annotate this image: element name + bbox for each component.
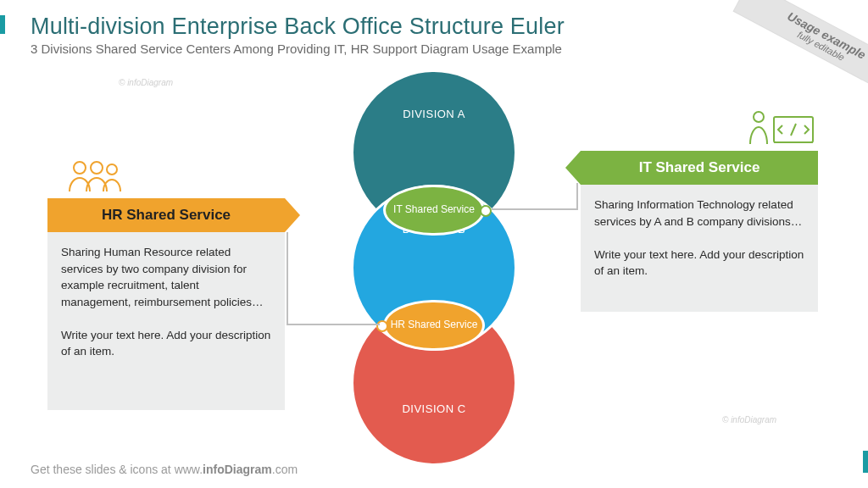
label-lens-it: IT Shared Service [393,204,475,216]
connector-line-hr [287,324,380,325]
callout-hr-header: HR Shared Service [47,198,285,232]
person-code-icon [747,108,818,147]
accent-bar-right [863,451,868,473]
svg-point-3 [754,112,764,122]
label-division-a: DIVISION A [403,108,465,120]
connector-dot-it [480,205,492,217]
callout-hr: HR Shared Service Sharing Human Resource… [47,158,285,410]
watermark: © infoDiagram [722,415,776,424]
svg-point-2 [107,164,117,175]
lens-it-shared: IT Shared Service [383,185,485,236]
callout-it-header: IT Shared Service [581,151,818,185]
callout-hr-body: Sharing Human Resource related services … [47,232,285,410]
footer-prefix: Get these slides & icons at www. [31,463,203,476]
svg-point-0 [74,162,86,174]
euler-diagram: DIVISION A DIVISION C DIVISION B IT Shar… [351,69,517,434]
svg-point-1 [91,162,103,174]
slide-title: Multi-division Enterprise Back Office St… [31,14,837,40]
footer-brand: infoDiagram [203,463,272,476]
connector-dot-hr [376,320,388,332]
footer-credit: Get these slides & icons at www.infoDiag… [31,463,298,476]
callout-it: IT Shared Service Sharing Information Te… [581,108,818,312]
accent-bar-left [0,15,5,34]
label-lens-hr: HR Shared Service [391,319,478,331]
label-division-c: DIVISION C [402,402,465,415]
callout-it-body: Sharing Information Technology related s… [581,185,818,312]
people-group-icon [64,158,124,195]
connector-line-it [492,208,578,210]
lens-hr-shared: HR Shared Service [383,300,485,351]
slide-subtitle: 3 Divisions Shared Service Centers Among… [31,42,837,56]
footer-suffix: .com [272,463,298,476]
watermark: © infoDiagram [119,78,173,87]
